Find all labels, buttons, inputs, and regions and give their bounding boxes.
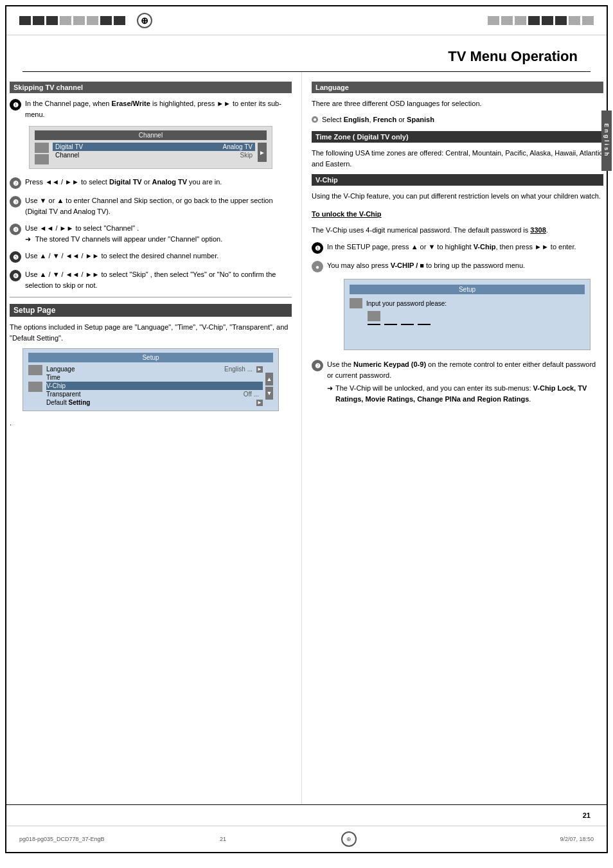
step-num-4: ❹ — [10, 224, 21, 235]
bar-block-r5 — [542, 16, 553, 25]
setup-label-time: Time — [46, 374, 259, 381]
step-num-1: ❶ — [10, 99, 21, 111]
language-bullet: ● — [312, 116, 318, 123]
tv-icon-1 — [35, 143, 49, 153]
footer-right: 9/2/07, 18:50 — [357, 836, 594, 842]
channel-screen-title: Channel — [35, 130, 267, 140]
tv-icon-2 — [35, 154, 49, 164]
skip-label: Skip — [155, 152, 253, 159]
password-row-2 — [368, 311, 585, 321]
setup-screen-mockup: Setup Language English ... ► — [22, 348, 279, 411]
step-num-5: ❺ — [10, 251, 21, 263]
vchip-step-text-3: Use the Numeric Keypad (0-9) on the remo… — [327, 359, 603, 404]
section-vchip: V-Chip Using the V-Chip feature, you can… — [312, 174, 603, 404]
step-1: ❶ In the Channel page, when Erase/Write … — [10, 98, 292, 120]
bar-block-r2 — [501, 16, 513, 25]
content-area: Skipping TV channel ❶ In the Channel pag… — [6, 72, 607, 804]
subsection-unlock-vchip: To unlock the V-Chip The V-Chip uses 4-d… — [312, 208, 603, 405]
note-arrow: ➜ — [327, 383, 333, 394]
step-2: ❷ Press ◄◄ / ►► to select Digital TV or … — [10, 177, 292, 189]
bar-block-r1 — [488, 16, 499, 25]
step-text-4: Use ◄◄ / ►► to select "Channel" . ➜ The … — [25, 223, 292, 244]
step-5: ❺ Use ▲ / ▼ / ◄◄ / ►► to select the desi… — [10, 251, 292, 263]
pw-dash-1 — [368, 324, 380, 325]
setup-icon-2 — [28, 382, 42, 392]
setup-intro: The options included in Setup page are "… — [10, 322, 292, 343]
section-setup-page: Setup Page The options included in Setup… — [10, 304, 292, 427]
section-header-language: Language — [312, 82, 603, 93]
right-column: English Language There are three differe… — [302, 72, 607, 804]
section-header-setup: Setup Page — [10, 304, 292, 317]
timezone-para: The following USA time zones are offered… — [312, 148, 603, 169]
step-text-5: Use ▲ / ▼ / ◄◄ / ►► to select the desire… — [25, 251, 292, 261]
bar-block-r4 — [528, 16, 540, 25]
setup-nav-arrows: ▲ ▼ — [265, 373, 273, 400]
footer-compass: ⊕ — [341, 831, 357, 847]
section-timezone: Time Zone ( Digital TV only) The followi… — [312, 131, 603, 169]
section-skipping-tv: Skipping TV channel ❶ In the Channel pag… — [10, 82, 292, 290]
setup-icon-1 — [28, 365, 42, 375]
step-text-1: In the Channel page, when Erase/Write is… — [25, 98, 292, 120]
vchip-para: Using the V-Chip feature, you can put di… — [312, 191, 603, 202]
vchip-step-num-3: ❷ — [312, 360, 323, 371]
bar-block-7 — [100, 16, 112, 25]
vchip-step-text-1: In the SETUP page, press ▲ or ▼ to highl… — [327, 242, 603, 252]
step-num-6: ❻ — [10, 270, 21, 281]
setup-label-vchip: V-Chip — [46, 382, 259, 389]
footer-center: 21 — [105, 836, 342, 842]
vchip-password-para: The V-Chip uses 4-digit numerical passwo… — [312, 225, 603, 236]
setup-row-vchip: V-Chip — [46, 382, 263, 390]
setup-footnote: . — [10, 419, 292, 427]
title-area: TV Menu Operation — [6, 35, 607, 72]
channel-row-digital: Digital TV Analog TV — [53, 143, 255, 151]
top-bar-left-pattern — [19, 16, 125, 25]
section-header-skipping: Skipping TV channel — [10, 82, 292, 93]
password-screen-title: Setup — [350, 285, 585, 294]
page-title: TV Menu Operation — [22, 35, 591, 72]
step-4: ❹ Use ◄◄ / ►► to select "Channel" . ➜ Th… — [10, 223, 292, 244]
setup-arrow-default: ► — [256, 400, 263, 406]
language-step-text: Select English, French or Spanish — [322, 114, 603, 125]
setup-row-transparent: Transparent Off ... — [46, 390, 263, 398]
vchip-step-2: ● You may also press V-CHIP / ■ to bring… — [312, 260, 603, 272]
channel-arrow-btn: ► — [258, 143, 267, 162]
language-step-1: ● Select English, French or Spanish — [312, 114, 603, 125]
bar-block-4 — [60, 16, 71, 25]
bar-block-2 — [33, 16, 44, 25]
step-text-3: Use ▼ or ▲ to enter Channel and Skip sec… — [25, 195, 292, 217]
vchip-step-text-2: You may also press V-CHIP / ■ to bring u… — [327, 260, 603, 271]
bar-block-r6 — [555, 16, 567, 25]
setup-row-language: Language English ... ► — [46, 365, 263, 373]
setup-row-time: Time — [46, 373, 263, 382]
vchip-note: ➜ The V-Chip will be unlocked, and you c… — [327, 383, 603, 404]
bar-block-r3 — [515, 16, 526, 25]
channel-screen-mockup: Channel Digital TV Analog TV — [29, 126, 272, 169]
section-language: Language There are three different OSD l… — [312, 82, 603, 125]
setup-label-language: Language — [46, 366, 224, 373]
pw-dash-4 — [418, 324, 431, 325]
step-num-3: ❸ — [10, 196, 21, 208]
pw-dash-2 — [384, 324, 397, 325]
channel-label: Channel — [55, 152, 153, 159]
step-3: ❸ Use ▼ or ▲ to enter Channel and Skip s… — [10, 195, 292, 217]
section-header-unlock: To unlock the V-Chip — [312, 208, 603, 220]
step-num-2: ❷ — [10, 177, 21, 189]
step-6: ❻ Use ▲ / ▼ / ◄◄ / ►► to select "Skip" ,… — [10, 269, 292, 290]
pw-dash-3 — [401, 324, 414, 325]
setup-nav-down: ▼ — [265, 387, 273, 400]
language-para: There are three different OSD languages … — [312, 98, 603, 109]
top-decorative-bar: ⊕ — [6, 6, 607, 35]
setup-screen-title: Setup — [28, 353, 273, 362]
bar-block-1 — [19, 16, 31, 25]
vchip-step-3: ❷ Use the Numeric Keypad (0-9) on the re… — [312, 359, 603, 404]
setup-value-transparent: Off ... — [244, 391, 259, 398]
bar-block-8 — [114, 16, 125, 25]
bar-block-3 — [46, 16, 58, 25]
pw-icon-1 — [350, 298, 362, 308]
pw-spacer — [350, 325, 585, 344]
digital-tv-label: Digital TV — [55, 143, 153, 150]
bar-block-r8 — [582, 16, 594, 25]
setup-value-language: English ... — [224, 366, 253, 373]
password-prompt: Input your password please: — [366, 300, 447, 307]
setup-row-default: Default Setting ► — [46, 398, 263, 407]
